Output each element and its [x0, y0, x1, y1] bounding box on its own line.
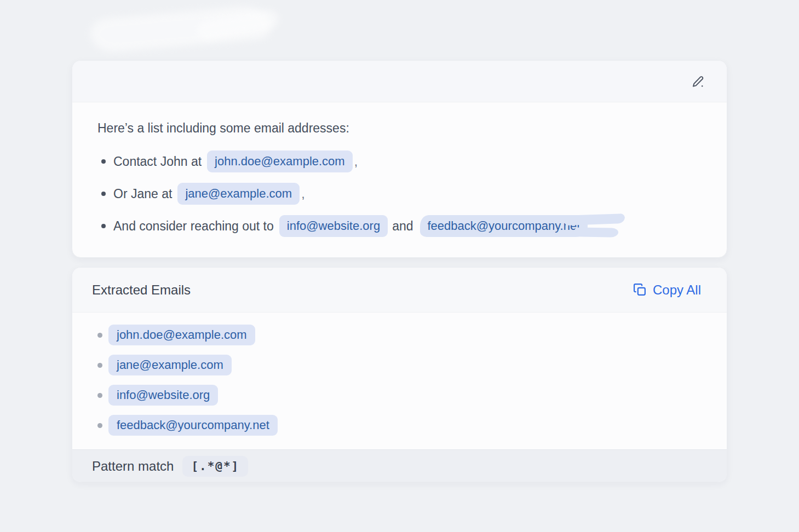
- pencil-icon: [691, 74, 705, 89]
- intro-text: Here’s a list including some email addre…: [97, 121, 702, 136]
- list-item: Or Jane at jane@example.com ,: [97, 183, 702, 205]
- highlighted-email: john.doe@example.com: [207, 151, 353, 172]
- list-item: Contact John at john.doe@example.com ,: [97, 151, 702, 172]
- bullet-dot: [97, 363, 102, 368]
- bullet-dot: [97, 333, 102, 338]
- list-item-text: Or Jane at: [113, 187, 172, 201]
- list-item-suffix: ,: [354, 154, 358, 169]
- bullet-dot: [97, 423, 102, 428]
- list-item-suffix: ,: [301, 187, 304, 201]
- extracted-email-chip[interactable]: jane@example.com: [108, 355, 232, 375]
- input-card: Here’s a list including some email addre…: [72, 60, 727, 258]
- extracted-email-chip[interactable]: info@website.org: [108, 385, 218, 406]
- pattern-match-label: Pattern match: [92, 459, 174, 474]
- input-card-header: [72, 61, 727, 102]
- list-item-text: Contact John at: [113, 154, 202, 169]
- bullet-dot: [101, 192, 106, 196]
- input-card-body: Here’s a list including some email addre…: [72, 102, 727, 237]
- list-item: And consider reaching out to info@websit…: [97, 215, 702, 237]
- extracted-email-chip[interactable]: john.doe@example.com: [108, 325, 255, 345]
- list-item-text: and: [392, 219, 413, 234]
- bullet-dot: [97, 393, 102, 398]
- edit-button[interactable]: [691, 74, 705, 89]
- results-card-footer: Pattern match [.*@*]: [72, 449, 727, 482]
- content-stack: Here’s a list including some email addre…: [72, 60, 727, 482]
- pattern-chip: [.*@*]: [182, 456, 248, 477]
- results-card-header: Extracted Emails Copy All: [72, 268, 727, 313]
- extracted-email-chip[interactable]: feedback@yourcompany.net: [108, 415, 278, 436]
- copy-all-button[interactable]: Copy All: [633, 282, 701, 298]
- copy-icon: [633, 283, 647, 297]
- list-item: feedback@yourcompany.net: [97, 415, 707, 436]
- list-item-text: And consider reaching out to: [113, 219, 274, 234]
- list-item: john.doe@example.com: [97, 325, 707, 345]
- highlighted-email: jane@example.com: [177, 183, 300, 205]
- results-title: Extracted Emails: [92, 282, 191, 298]
- highlighted-email: info@website.org: [279, 215, 388, 237]
- extracted-email-list: john.doe@example.com jane@example.com in…: [72, 313, 727, 449]
- list-item: info@website.org: [97, 385, 707, 406]
- list-item: jane@example.com: [97, 355, 707, 375]
- results-card: Extracted Emails Copy All john.doe@examp…: [72, 267, 727, 482]
- bullet-dot: [101, 159, 106, 164]
- highlighted-email-marker: feedback@yourcompany.net: [420, 215, 588, 237]
- input-email-list: Contact John at john.doe@example.com , O…: [97, 151, 702, 237]
- bullet-dot: [101, 224, 106, 228]
- copy-all-label: Copy All: [653, 282, 701, 298]
